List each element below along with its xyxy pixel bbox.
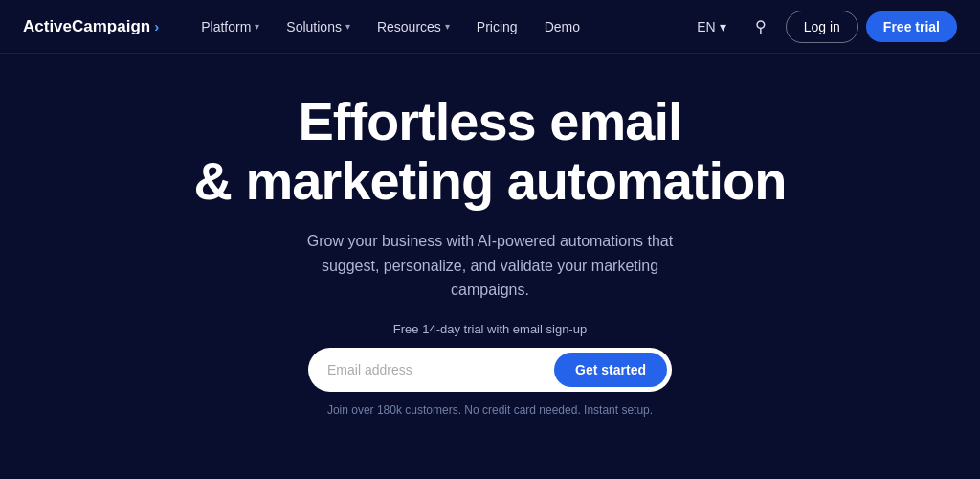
logo[interactable]: ActiveCampaign › [23,17,159,36]
nav-platform-label: Platform [201,19,251,34]
hero-title-line2: & marketing automation [194,150,787,211]
email-form: Get started [308,348,672,392]
navbar: ActiveCampaign › Platform ▾ Solutions ▾ … [0,0,980,54]
nav-resources-label: Resources [377,19,441,34]
search-button[interactable]: ⚲ [744,10,778,44]
search-icon: ⚲ [755,17,767,35]
nav-right: EN ▾ ⚲ Log in Free trial [687,10,957,44]
trial-label: Free 14-day trial with email sign-up [393,322,587,336]
nav-item-pricing[interactable]: Pricing [465,11,529,42]
get-started-button[interactable]: Get started [554,353,667,387]
nav-item-resources[interactable]: Resources ▾ [366,11,461,42]
chevron-down-icon: ▾ [345,21,350,32]
email-input[interactable] [327,362,554,377]
nav-item-solutions[interactable]: Solutions ▾ [275,11,362,42]
nav-item-demo[interactable]: Demo [533,11,591,42]
chevron-down-icon: ▾ [445,21,450,32]
lang-label: EN [697,19,715,34]
nav-item-platform[interactable]: Platform ▾ [189,11,271,42]
logo-text: ActiveCampaign [23,17,150,36]
nav-solutions-label: Solutions [286,19,342,34]
logo-arrow: › [154,18,159,34]
hero-title: Effortless email & marketing automation [194,92,787,210]
hero-section: Effortless email & marketing automation … [0,54,980,436]
hero-title-line1: Effortless email [298,91,681,151]
language-selector[interactable]: EN ▾ [687,11,735,42]
chevron-down-icon: ▾ [720,19,726,34]
nav-pricing-label: Pricing [477,19,518,34]
social-proof-text: Join over 180k customers. No credit card… [327,403,653,417]
free-trial-button[interactable]: Free trial [866,11,957,42]
nav-demo-label: Demo [545,19,580,34]
login-button[interactable]: Log in [786,11,858,43]
hero-subtitle: Grow your business with AI-powered autom… [289,229,691,303]
nav-links: Platform ▾ Solutions ▾ Resources ▾ Prici… [189,11,687,42]
chevron-down-icon: ▾ [255,21,259,32]
